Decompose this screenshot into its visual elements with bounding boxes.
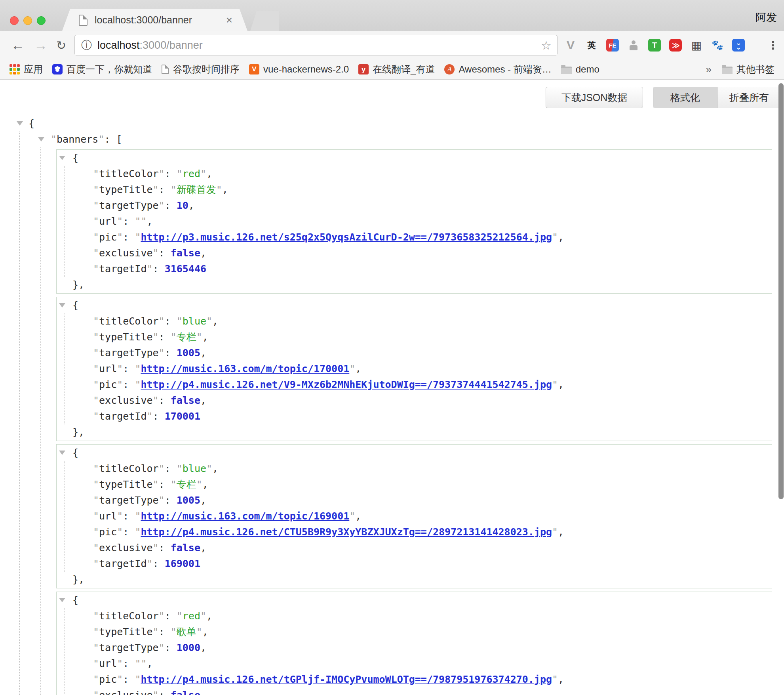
bookmark-item[interactable]: Vvue-hackernews-2.0: [249, 64, 349, 75]
json-field-targetType: "targetType": 1005,: [57, 345, 772, 361]
json-field-titleColor: "titleColor": "red",: [57, 608, 772, 624]
profile-name[interactable]: 阿发: [755, 10, 777, 25]
tab-strip: localhost:3000/banner × 阿发: [0, 0, 784, 31]
video-download-icon[interactable]: ≫: [668, 38, 683, 53]
page-icon: [79, 15, 88, 26]
bookmarks-overflow-icon[interactable]: »: [706, 63, 712, 76]
json-link[interactable]: http://music.163.com/m/topic/170001: [141, 363, 349, 374]
json-field-exclusive: "exclusive": false,: [57, 540, 772, 556]
person-icon[interactable]: [626, 38, 641, 53]
json-banners-line: "banners": [: [12, 132, 772, 147]
bookmark-label: demo: [576, 64, 599, 75]
vue-devtools-icon[interactable]: V: [563, 38, 578, 53]
collapse-toggle-icon[interactable]: [59, 156, 65, 160]
bookmark-label: 其他书签: [736, 63, 774, 76]
tampermonkey-icon[interactable]: T: [647, 38, 662, 53]
collapse-toggle-icon[interactable]: [59, 303, 65, 307]
json-field-typeTitle: "typeTitle": "专栏",: [57, 329, 772, 345]
json-link[interactable]: http://p3.music.126.net/s25q2x5QyqsAzilC…: [141, 231, 552, 243]
bookmark-star-icon[interactable]: ☆: [541, 38, 552, 52]
collapse-toggle-icon[interactable]: [59, 451, 65, 455]
collapse-toggle-icon[interactable]: [59, 598, 65, 602]
bookmark-item[interactable]: y在线翻译_有道: [358, 63, 435, 76]
json-object-open: {: [57, 298, 772, 313]
json-viewer: { "banners": [ {"titleColor": "red","typ…: [12, 116, 772, 695]
bookmark-item[interactable]: 应用: [10, 63, 43, 76]
collapse-toggle-icon[interactable]: [17, 121, 23, 126]
json-field-url: "url": "http://music.163.com/m/topic/170…: [57, 361, 772, 377]
banner-item-box: {"titleColor": "red","typeTitle": "歌单","…: [56, 592, 772, 695]
json-object-close: },: [57, 424, 772, 440]
json-link[interactable]: http://p4.music.126.net/tGPljf-IMOCyPvum…: [141, 674, 552, 685]
zoom-window-button[interactable]: [37, 16, 46, 25]
json-object-open: {: [57, 592, 772, 608]
bookmark-label: 谷歌按时间排序: [173, 63, 240, 76]
shield-icon[interactable]: ⌄⌄: [731, 38, 746, 53]
json-field-typeTitle: "typeTitle": "歌单",: [57, 624, 772, 640]
folder-icon: [722, 67, 733, 74]
json-object-close: },: [57, 277, 772, 293]
json-field-exclusive: "exclusive": false,: [57, 393, 772, 409]
json-object-open: {: [57, 445, 772, 461]
json-field-targetId: "targetId": 169001: [57, 556, 772, 572]
forward-icon[interactable]: →: [34, 31, 48, 59]
url-text: localhost:3000/banner: [97, 39, 203, 52]
chrome-menu-icon[interactable]: ⋮: [767, 31, 778, 59]
awe-icon: A: [444, 64, 455, 74]
tab-close-icon[interactable]: ×: [226, 15, 232, 26]
close-window-button[interactable]: [10, 16, 19, 25]
page-info-icon[interactable]: ⓘ: [81, 38, 92, 52]
banner-item-box: {"titleColor": "blue","typeTitle": "专栏",…: [56, 297, 772, 441]
json-field-url: "url": "",: [57, 656, 772, 672]
json-field-titleColor: "titleColor": "blue",: [57, 313, 772, 329]
fehelper-icon[interactable]: FE: [605, 38, 620, 53]
format-button[interactable]: 格式化: [653, 87, 717, 108]
json-field-targetType: "targetType": 1005,: [57, 493, 772, 508]
folder-icon: [561, 67, 572, 74]
baidu-icon: [52, 64, 63, 74]
json-link[interactable]: http://p4.music.126.net/V9-MXz6b2MNhEKju…: [141, 379, 552, 390]
bookmark-item[interactable]: AAwesomes - 前端资…: [444, 63, 551, 76]
bookmark-label: 百度一下，你就知道: [67, 63, 152, 76]
page-icon: [162, 65, 169, 74]
bookmark-item[interactable]: demo: [561, 64, 599, 75]
json-object-open: {: [57, 150, 772, 166]
json-field-typeTitle: "typeTitle": "专栏",: [57, 477, 772, 493]
json-field-targetId: "targetId": 3165446: [57, 261, 772, 277]
bookmark-label: 在线翻译_有道: [373, 63, 435, 76]
address-bar[interactable]: ⓘ localhost:3000/banner ☆: [74, 35, 558, 55]
page-content: 下载JSON数据 格式化 折叠所有 { "banners": [ {"title…: [0, 80, 784, 695]
translate-icon[interactable]: 英: [584, 38, 599, 53]
vue-icon: V: [249, 64, 259, 74]
bookmark-label: Awesomes - 前端资…: [459, 63, 551, 76]
json-link[interactable]: http://p4.music.126.net/CTU5B9R9y3XyYBZX…: [141, 526, 552, 538]
bookmark-item[interactable]: 谷歌按时间排序: [162, 63, 240, 76]
json-link[interactable]: http://music.163.com/m/topic/169001: [141, 510, 349, 522]
json-field-pic: "pic": "http://p4.music.126.net/V9-MXz6b…: [57, 377, 772, 393]
yd-icon: y: [358, 64, 369, 74]
reload-icon[interactable]: ↻: [56, 31, 66, 59]
json-field-url: "url": "http://music.163.com/m/topic/169…: [57, 508, 772, 524]
download-json-button[interactable]: 下载JSON数据: [546, 87, 643, 108]
collapse-toggle-icon[interactable]: [38, 137, 44, 141]
new-tab-button[interactable]: [250, 11, 279, 31]
indent-guide: [19, 132, 20, 695]
json-field-typeTitle: "typeTitle": "新碟首发",: [57, 182, 772, 198]
browser-tab[interactable]: localhost:3000/banner ×: [62, 9, 247, 31]
qrcode-icon[interactable]: ▦: [689, 38, 704, 53]
other-bookmarks-folder[interactable]: 其他书签: [722, 63, 774, 76]
collapse-all-button[interactable]: 折叠所有: [717, 87, 781, 108]
bookmark-item[interactable]: 百度一下，你就知道: [52, 63, 152, 76]
json-object-close: },: [57, 572, 772, 588]
json-field-titleColor: "titleColor": "red",: [57, 166, 772, 182]
json-field-exclusive: "exclusive": false,: [57, 245, 772, 261]
tab-title: localhost:3000/banner: [95, 14, 192, 26]
json-root-line: {: [12, 116, 772, 132]
back-icon[interactable]: ←: [11, 31, 25, 59]
indent-guide: [40, 147, 41, 695]
vertical-scrollbar-thumb[interactable]: [778, 83, 784, 499]
minimize-window-button[interactable]: [23, 16, 32, 25]
json-field-pic: "pic": "http://p4.music.126.net/tGPljf-I…: [57, 672, 772, 687]
json-field-exclusive: "exclusive": false,: [57, 687, 772, 695]
paw-icon[interactable]: 🐾: [710, 38, 725, 53]
